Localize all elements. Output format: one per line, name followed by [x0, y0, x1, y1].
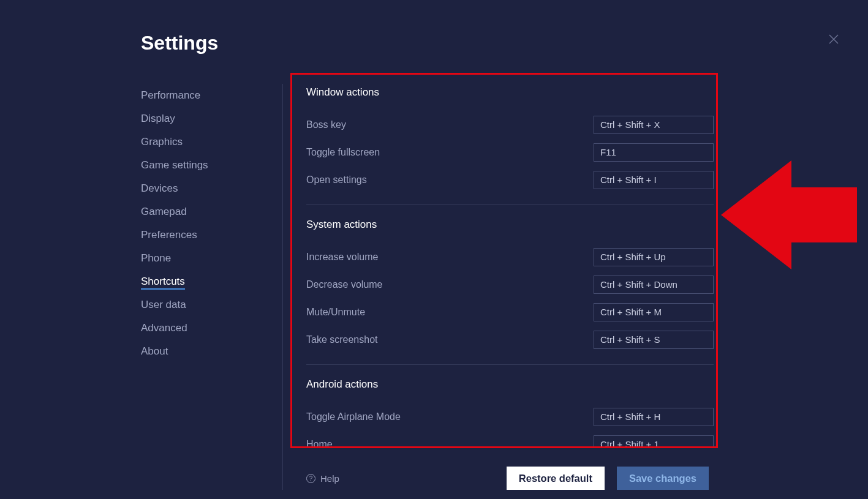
- sidebar: PerformanceDisplayGraphicsGame settingsD…: [141, 84, 283, 490]
- sidebar-item-performance[interactable]: Performance: [141, 84, 270, 107]
- shortcut-input[interactable]: Ctrl + Shift + I: [594, 171, 714, 189]
- sidebar-item-devices[interactable]: Devices: [141, 177, 270, 200]
- save-changes-button[interactable]: Save changes: [617, 467, 709, 490]
- section-window-actions: Window actionsBoss keyCtrl + Shift + XTo…: [306, 86, 714, 205]
- section-title: Android actions: [306, 378, 714, 391]
- shortcut-label: Toggle Airplane Mode: [306, 411, 401, 422]
- shortcut-input[interactable]: Ctrl + Shift + X: [594, 116, 714, 134]
- shortcut-label: Open settings: [306, 174, 367, 186]
- shortcut-label: Mute/Unmute: [306, 307, 365, 318]
- shortcut-input[interactable]: Ctrl + Shift + H: [594, 408, 714, 426]
- shortcut-row: Toggle Airplane ModeCtrl + Shift + H: [306, 403, 714, 430]
- sidebar-item-advanced[interactable]: Advanced: [141, 317, 270, 340]
- shortcut-input[interactable]: F11: [594, 143, 714, 162]
- sidebar-item-label: Gamepad: [141, 206, 187, 217]
- section-android-actions: Android actionsToggle Airplane ModeCtrl …: [306, 378, 714, 448]
- help-label: Help: [320, 473, 339, 484]
- shortcut-row: Decrease volumeCtrl + Shift + Down: [306, 271, 714, 298]
- shortcut-row: Toggle fullscreenF11: [306, 138, 714, 166]
- sidebar-item-gamepad[interactable]: Gamepad: [141, 200, 270, 223]
- shortcut-row: Open settingsCtrl + Shift + I: [306, 166, 714, 193]
- shortcut-label: Boss key: [306, 119, 346, 130]
- sidebar-item-label: User data: [141, 299, 186, 310]
- sidebar-item-label: Advanced: [141, 322, 187, 334]
- shortcut-row: Boss keyCtrl + Shift + X: [306, 111, 714, 138]
- sidebar-item-user-data[interactable]: User data: [141, 293, 270, 317]
- shortcut-input[interactable]: Ctrl + Shift + Up: [594, 248, 714, 266]
- shortcut-input[interactable]: Ctrl + Shift + S: [594, 331, 714, 349]
- sidebar-item-game-settings[interactable]: Game settings: [141, 154, 270, 177]
- sidebar-item-shortcuts[interactable]: Shortcuts: [141, 270, 270, 293]
- sidebar-item-label: Shortcuts: [141, 276, 185, 290]
- section-system-actions: System actionsIncrease volumeCtrl + Shif…: [306, 219, 714, 365]
- main-panel: Window actionsBoss keyCtrl + Shift + XTo…: [283, 84, 727, 490]
- sidebar-item-label: Performance: [141, 89, 200, 101]
- shortcut-row: Mute/UnmuteCtrl + Shift + M: [306, 298, 714, 326]
- sidebar-item-label: Graphics: [141, 136, 183, 148]
- shortcut-label: Take screenshot: [306, 334, 378, 345]
- sidebar-item-about[interactable]: About: [141, 340, 270, 363]
- shortcut-row: HomeCtrl + Shift + 1: [306, 430, 714, 448]
- sidebar-item-preferences[interactable]: Preferences: [141, 223, 270, 247]
- section-title: System actions: [306, 219, 714, 231]
- sidebar-item-label: Phone: [141, 252, 171, 264]
- shortcut-input[interactable]: Ctrl + Shift + 1: [594, 435, 714, 449]
- shortcut-input[interactable]: Ctrl + Shift + M: [594, 303, 714, 321]
- sidebar-item-phone[interactable]: Phone: [141, 247, 270, 270]
- shortcut-label: Increase volume: [306, 252, 378, 263]
- shortcut-input[interactable]: Ctrl + Shift + Down: [594, 276, 714, 294]
- help-link[interactable]: ? Help: [306, 473, 339, 484]
- sidebar-item-graphics[interactable]: Graphics: [141, 130, 270, 154]
- shortcut-row: Take screenshotCtrl + Shift + S: [306, 326, 714, 353]
- sidebar-item-label: Devices: [141, 182, 178, 194]
- sidebar-item-label: About: [141, 345, 168, 357]
- close-button[interactable]: [826, 32, 841, 47]
- sidebar-item-label: Display: [141, 113, 175, 124]
- help-icon: ?: [306, 474, 315, 483]
- sidebar-item-label: Preferences: [141, 229, 197, 241]
- shortcut-label: Toggle fullscreen: [306, 147, 380, 158]
- sidebar-item-label: Game settings: [141, 159, 208, 171]
- shortcut-label: Decrease volume: [306, 279, 383, 290]
- page-title: Settings: [141, 32, 727, 54]
- restore-default-button[interactable]: Restore default: [507, 467, 605, 490]
- sidebar-item-display[interactable]: Display: [141, 107, 270, 130]
- section-title: Window actions: [306, 86, 714, 99]
- footer: ? Help Restore default Save changes: [283, 448, 727, 490]
- shortcut-row: Increase volumeCtrl + Shift + Up: [306, 243, 714, 271]
- shortcut-label: Home: [306, 439, 333, 449]
- close-icon: [829, 34, 839, 44]
